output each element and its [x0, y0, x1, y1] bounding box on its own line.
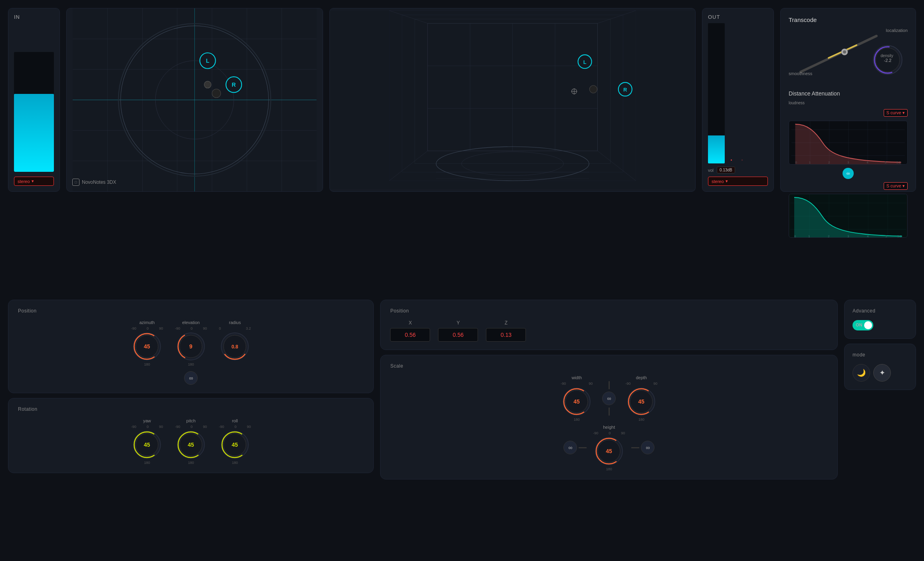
radius-knob[interactable]: 0.8	[220, 332, 249, 361]
roll-right: 90	[247, 425, 251, 429]
pitch-knob[interactable]: 45	[176, 430, 205, 459]
z-input[interactable]: 0.13	[486, 328, 526, 342]
localization-label: localization	[886, 28, 908, 33]
width-knob[interactable]: 45	[562, 387, 591, 416]
azi-min: -90	[131, 326, 136, 330]
azi-max: 90	[159, 326, 163, 330]
link-line-top-h	[609, 381, 610, 389]
xyz-title: Position	[390, 308, 828, 314]
depth-label: depth	[636, 375, 647, 380]
y-input[interactable]: 0.56	[438, 328, 478, 342]
height-with-links: ∞ height -90 0 90	[563, 425, 654, 471]
mode-sun-button[interactable]: ✦	[873, 364, 891, 382]
svg-text:45: 45	[188, 442, 194, 448]
vol-display[interactable]: 0.13dB	[717, 167, 735, 173]
curve1-type: S curve	[886, 110, 901, 115]
roll-knob[interactable]: 45	[220, 430, 249, 459]
height-row: ∞ height -90 0 90	[390, 425, 828, 471]
width-ticks: -90 90	[561, 382, 593, 386]
x-input[interactable]: 0.56	[390, 328, 430, 342]
d-bottom: 180	[638, 418, 644, 422]
advanced-title: Advanced	[853, 308, 908, 314]
svg-text:45: 45	[638, 398, 644, 405]
toggle-thumb	[864, 321, 872, 329]
link-line-bottom-h	[609, 408, 610, 416]
w-left: -90	[561, 382, 566, 386]
pitch-center: 0	[190, 425, 192, 429]
radius-label: radius	[229, 320, 241, 325]
azimuth-group: azimuth -90 0 90 45 180	[131, 320, 163, 366]
height-link-right-btn[interactable]: ∞	[641, 441, 654, 454]
w-right: 90	[589, 382, 593, 386]
depth-knob[interactable]: 45	[627, 387, 656, 416]
input-format-label: stereo	[18, 179, 30, 184]
azimuth-label: azimuth	[139, 320, 155, 325]
density-label: density	[880, 54, 893, 58]
elev-min: -90	[175, 326, 180, 330]
link-connector: ∞	[789, 169, 908, 178]
elevation-knob[interactable]: 9	[176, 332, 205, 361]
elev-center: 0	[190, 326, 192, 330]
curve2-select[interactable]: S curve ▾	[884, 182, 908, 190]
scale-link-button-h[interactable]: ∞	[602, 392, 616, 405]
svg-text:45: 45	[144, 442, 150, 448]
vol-label: vol	[708, 168, 714, 173]
h-bottom: 180	[606, 467, 612, 471]
mode-moon-button[interactable]: 🌙	[853, 364, 870, 382]
perspective-grid: L R	[330, 8, 695, 191]
position-spherical-panel: Position azimuth -90 0 90	[8, 300, 374, 393]
curve-graph-1: 0 1 2 3 4 5 5.2	[789, 121, 908, 165]
svg-text:4: 4	[866, 161, 868, 164]
brand-name: NovoNotes 3DX	[82, 179, 116, 185]
elevation-group: elevation -90 0 90 9 180	[175, 320, 207, 366]
radius-group: radius 0 3.2 0.8	[219, 320, 251, 361]
position-link-button[interactable]: ∞	[184, 371, 198, 385]
pos-link-wrap: ∞	[18, 371, 364, 385]
chevron-down-icon: ▾	[32, 179, 34, 184]
curve2-type: S curve	[886, 183, 901, 188]
smoothness-label: smoothness	[789, 71, 812, 76]
svg-text:1: 1	[808, 235, 810, 238]
y-value: 0.56	[453, 332, 464, 338]
svg-text:0: 0	[795, 161, 797, 164]
curve1-select[interactable]: S curve ▾	[884, 109, 908, 117]
h-link-line-r	[631, 447, 639, 448]
vol-row: vol 0.13dB	[708, 167, 768, 173]
curve-select-wrap: S curve ▾	[789, 109, 908, 117]
roll-ticks: -90 0 90	[219, 425, 251, 429]
input-format-select[interactable]: stereo ▾	[14, 177, 54, 186]
svg-text:L: L	[583, 59, 586, 65]
x-value: 0.56	[405, 332, 416, 338]
height-knob[interactable]: 45	[595, 437, 623, 466]
svg-text:2: 2	[828, 161, 830, 164]
top-section: IN stereo ▾	[8, 8, 916, 192]
svg-point-52	[843, 50, 846, 54]
depth-ticks: -90 90	[625, 382, 657, 386]
density-knob-container[interactable]: density -2.2	[872, 44, 904, 76]
svg-text:5.2: 5.2	[897, 235, 902, 238]
brand-icon: □	[72, 179, 79, 186]
transcode-title: Transcode	[789, 16, 908, 23]
svg-text:45: 45	[144, 343, 150, 350]
height-link-left-btn[interactable]: ∞	[563, 441, 577, 454]
link-icon[interactable]: ∞	[843, 168, 854, 179]
svg-point-22	[212, 89, 221, 98]
pitch-label: pitch	[186, 418, 196, 423]
advanced-toggle[interactable]: ON	[853, 320, 908, 330]
toggle-track[interactable]: ON	[853, 320, 873, 330]
output-format-select[interactable]: stereo ▾	[708, 177, 768, 186]
svg-text:2: 2	[828, 235, 830, 238]
density-knob-svg[interactable]: -2.2	[872, 44, 904, 76]
azimuth-knob[interactable]: 45	[133, 332, 161, 361]
top-view-panel: L R □ NovoNotes 3DX	[66, 8, 323, 192]
bottom-section: Position azimuth -90 0 90	[8, 300, 916, 452]
yaw-knob[interactable]: 45	[133, 430, 161, 459]
svg-text:45: 45	[573, 398, 580, 405]
svg-text:0: 0	[794, 235, 796, 238]
scale-top-row: width -90 90 45 180	[390, 375, 828, 422]
rotation-panel: Rotation yaw -90 0 90	[8, 398, 374, 473]
svg-text:R: R	[623, 87, 627, 93]
meter-cluster	[727, 159, 736, 163]
spherical-knobs-row: azimuth -90 0 90 45 180	[18, 320, 364, 366]
elevation-label: elevation	[182, 320, 200, 325]
